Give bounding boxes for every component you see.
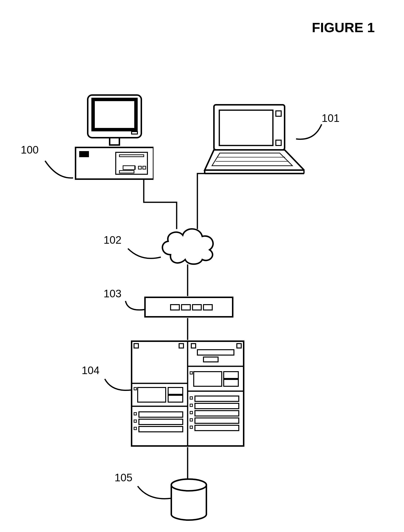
callout-database [0, 0, 404, 532]
